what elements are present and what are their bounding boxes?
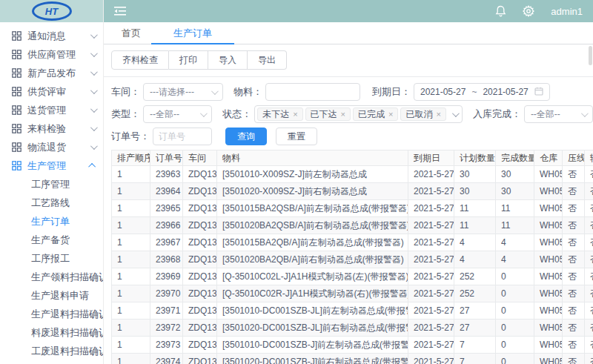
type-label: 类型： [111, 107, 140, 121]
table-row[interactable]: 123971ZDQ13[3501010-DC001SZB-JL]前左制动器总成(… [112, 302, 593, 320]
sidebar-menu: 通知消息供应商管理新产品发布供货评审送货管理来料检验物流退货生产管理工序管理工艺… [0, 22, 103, 360]
status-tag[interactable]: 已完成× [353, 107, 398, 121]
grid-icon [12, 31, 21, 41]
table-cell: 否 [585, 166, 593, 183]
notification-bell-icon[interactable] [495, 5, 506, 17]
table-cell: 23971 [150, 302, 183, 320]
table-cell: 11 [496, 200, 534, 217]
table-cell: 23972 [150, 320, 183, 337]
order-no-input[interactable] [153, 128, 212, 145]
remove-tag-icon[interactable]: × [341, 110, 345, 119]
column-header: 排产顺序 [112, 150, 150, 166]
order-no-label: 订单号： [111, 130, 150, 143]
sidebar-subitem[interactable]: 生产备货 [0, 231, 103, 249]
table-row[interactable]: 123965ZDQ13[3501015BA2QSB/A]前左制动器总成(带报警器… [112, 200, 593, 217]
table-cell: 11 [496, 217, 534, 234]
sidebar-subitem[interactable]: 工废退料扫描确认 [0, 342, 103, 360]
table-cell: ZDQ13 [183, 285, 217, 302]
table-row[interactable]: 123974ZDQ13[3501020-DC001SZB-J]前右制动器总成(带… [112, 354, 593, 364]
table-cell: 1 [112, 166, 150, 183]
filter-row-2: 类型： --全部-- 状态： 未下达×已下达×已完成×已取消× 入库完成： --… [111, 105, 593, 123]
sidebar-subitem[interactable]: 生产订单 [0, 212, 103, 231]
table-cell: 2021-5-27 [408, 251, 454, 268]
chevron-down-icon [90, 50, 98, 57]
table-row[interactable]: 123966ZDQ13[3501020BA2QSB/A]前右制动器总成(带报警器… [112, 217, 593, 234]
toolbar-button[interactable]: 导出 [248, 50, 287, 70]
search-button[interactable]: 查询 [225, 128, 267, 145]
tab-home[interactable]: 首页 [111, 22, 151, 44]
toolbar-button[interactable]: 打印 [169, 50, 208, 70]
collapse-menu-icon[interactable] [114, 6, 126, 16]
sidebar-item[interactable]: 生产管理 [0, 156, 103, 175]
table-cell: 否 [585, 302, 593, 320]
material-label: 物料： [233, 85, 262, 99]
sidebar-subitem[interactable]: 工序管理 [0, 175, 103, 193]
reset-button[interactable]: 重置 [276, 128, 317, 145]
table-cell: 2021-5-27 [408, 302, 454, 320]
sidebar-subitem[interactable]: 生产退料扫描确认 [0, 305, 103, 323]
material-input[interactable] [265, 83, 360, 101]
sidebar-item[interactable]: 送货管理 [0, 101, 103, 119]
sidebar-item[interactable]: 供货评审 [0, 82, 103, 101]
table-row[interactable]: 123968ZDQ13[3501020BA2QB/A]前右制动器总成(带报警器)… [112, 251, 593, 268]
table-row[interactable]: 123963ZDQ13[3501010-X009SZ-J]前左制动器总成2021… [112, 166, 593, 183]
grid-icon [12, 124, 21, 133]
table-cell: 否 [585, 200, 593, 217]
sidebar-subitem[interactable]: 工序报工 [0, 249, 103, 268]
table-cell: ZDQ13 [183, 200, 217, 217]
table-cell: 23970 [150, 285, 183, 302]
sidebar-item[interactable]: 通知消息 [0, 27, 103, 45]
username[interactable]: admin1 [551, 6, 583, 17]
table-cell: 否 [585, 285, 593, 302]
sidebar-item[interactable]: 供应商管理 [0, 45, 103, 64]
table-row[interactable]: 123969ZDQ13[Q-35010C02L-J]A1H模式制动器(左)(带报… [112, 268, 593, 285]
remove-tag-icon[interactable]: × [388, 110, 393, 119]
sidebar-subitem[interactable]: 生产退料申请 [0, 286, 103, 305]
table-cell: WH05 [534, 183, 563, 200]
sidebar-item[interactable]: 物流退货 [0, 138, 103, 156]
status-multiselect[interactable]: 未下达×已下达×已完成×已取消× [254, 105, 463, 123]
status-tag[interactable]: 已下达× [305, 107, 351, 121]
table-cell: 23968 [150, 251, 183, 268]
workshop-select[interactable]: ---请选择--- [143, 83, 223, 101]
sidebar-subitem[interactable]: 料废退料扫描确认 [0, 323, 103, 342]
calendar-icon [534, 87, 543, 98]
column-header: 物料 [217, 150, 408, 166]
status-tag-label: 已完成 [358, 108, 385, 121]
due-date-label: 到期日： [372, 85, 411, 99]
status-tag[interactable]: 未下达× [257, 107, 302, 121]
table-row[interactable]: 123967ZDQ13[3501015BA2QB/A]前左制动器总成(带报警器)… [112, 234, 593, 251]
app-window: HT 通知消息供应商管理新产品发布供货评审送货管理来料检验物流退货生产管理工序管… [0, 0, 593, 364]
remove-tag-icon[interactable]: × [436, 110, 440, 119]
table-row[interactable]: 123970ZDQ13[Q-35010C02R-J]A1H模式制动器(右)(带报… [112, 285, 593, 302]
table-cell: 否 [563, 200, 585, 217]
chevron-down-icon [581, 110, 589, 117]
due-date-range-picker[interactable]: 2021-05-27 ~ 2021-05-27 [414, 83, 550, 101]
table-cell: 4 [454, 234, 496, 251]
table-cell: ZDQ13 [183, 234, 217, 251]
remove-tag-icon[interactable]: × [293, 110, 297, 119]
settings-gear-icon[interactable] [523, 5, 534, 17]
sidebar-subitem[interactable]: 生产领料扫描确认 [0, 268, 103, 286]
scrollbar-thumb[interactable] [589, 46, 592, 65]
sidebar-item[interactable]: 新产品发布 [0, 64, 103, 82]
table-row[interactable]: 123972ZDQ13[3501020-DC001SZB-JL]前右制动器总成(… [112, 320, 593, 337]
type-select[interactable]: --全部-- [143, 105, 212, 123]
table-cell: 30 [454, 183, 496, 200]
sidebar-item-label: 通知消息 [27, 30, 90, 43]
toolbar-button[interactable]: 齐料检查 [111, 50, 169, 70]
table-cell: [3501020BA2QB/A]前右制动器总成(带报警器) [217, 251, 408, 268]
stock-in-select[interactable]: --全部-- [524, 105, 593, 123]
sidebar-subitem[interactable]: 工艺路线 [0, 193, 103, 212]
table-cell: 否 [563, 337, 585, 354]
sidebar-item[interactable]: 来料检验 [0, 119, 103, 138]
table-cell: [3501020-DC001SZB-JL]前右制动器总成(带报警器)(老气室) [217, 320, 408, 337]
status-tag[interactable]: 已取消× [400, 107, 445, 121]
table-cell: 否 [563, 285, 585, 302]
grid-icon [12, 105, 21, 115]
table-cell: 7 [454, 337, 496, 354]
table-row[interactable]: 123973ZDQ13[3501010-DC001SZB-J]前左制动器总成(带… [112, 337, 593, 354]
tab-production-order[interactable]: 生产订单 [151, 22, 234, 44]
table-row[interactable]: 123964ZDQ13[3501020-X009SZ-J]前右制动器总成2021… [112, 183, 593, 200]
toolbar-button[interactable]: 导入 [208, 50, 248, 70]
